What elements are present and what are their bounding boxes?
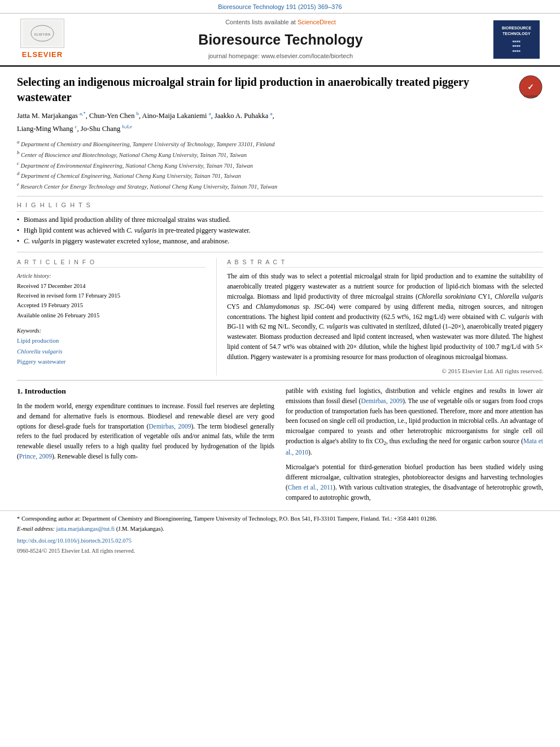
history-label: Article history: — [17, 272, 206, 281]
keyword-1: Lipid production — [17, 335, 206, 346]
author-chen: Chun-Yen Chen b, — [89, 112, 142, 120]
corresponding-author-note: * Corresponding author at: Department of… — [17, 514, 543, 523]
affiliations-section: a Department of Chemistry and Bioenginee… — [0, 137, 560, 196]
issn-section: 0960-8524/© 2015 Elsevier Ltd. All right… — [0, 547, 560, 558]
author-marjakangas: Jatta M. Marjakangas a,*, — [17, 112, 89, 120]
affiliation-a: a Department of Chemistry and Bioenginee… — [17, 138, 543, 149]
abstract-col: A B S T R A C T The aim of this study wa… — [217, 258, 543, 375]
article-title-section: Selecting an indigenous microalgal strai… — [0, 67, 560, 108]
received-date: Received 17 December 2014 — [17, 281, 206, 291]
article-info-col: A R T I C L E I N F O Article history: R… — [17, 258, 217, 375]
abstract-label: A B S T R A C T — [227, 258, 543, 268]
authors-section: Jatta M. Marjakangas a,*, Chun-Yen Chen … — [0, 108, 560, 137]
received-revised-date: Received in revised form 17 February 201… — [17, 291, 206, 300]
affiliation-d: d Department of Chemical Engineering, Na… — [17, 170, 543, 181]
journal-title-header: Bioresource Technology — [76, 30, 485, 50]
intro-section-title: 1. Introduction — [17, 386, 274, 397]
issn-text: 0960-8524/© 2015 Elsevier Ltd. All right… — [17, 548, 135, 554]
intro-section-label: Introduction — [25, 387, 66, 395]
keywords-label: Keywords: — [17, 326, 206, 335]
highlights-label: H I G H L I G H T S — [17, 201, 543, 212]
elsevier-logo-block: ELSEVIER ELSEVIER — [17, 19, 68, 60]
abstract-text: The aim of this study was to select a po… — [227, 272, 543, 362]
highlight-item-1: • Biomass and lipid production ability o… — [17, 215, 543, 225]
intro-para-3: Microalgae's potential for third-generat… — [286, 462, 543, 503]
svg-text:ELSEVIER: ELSEVIER — [34, 33, 50, 36]
two-column-section: A R T I C L E I N F O Article history: R… — [0, 252, 560, 380]
highlight-item-3: • C. vulgaris in piggery wastewater excr… — [17, 237, 543, 246]
available-online-date: Available online 26 February 2015 — [17, 311, 206, 320]
highlights-section: H I G H L I G H T S • Biomass and lipid … — [0, 196, 560, 252]
header: ELSEVIER ELSEVIER Contents lists availab… — [0, 13, 560, 65]
article-title: Selecting an indigenous microalgal strai… — [17, 75, 510, 105]
svg-text:✓: ✓ — [527, 82, 534, 91]
author-chang: Jo-Shu Chang b,d,e — [81, 125, 132, 133]
doi-link[interactable]: http://dx.doi.org/10.1016/j.biortech.201… — [17, 538, 132, 544]
crossmark-icon: ✓ CrossMark — [518, 75, 543, 99]
highlight-item-2: • High lipid content was achieved with C… — [17, 226, 543, 235]
svg-text:CrossMark: CrossMark — [524, 94, 538, 98]
header-center: Contents lists available at ScienceDirec… — [68, 18, 493, 60]
doi-section: http://dx.doi.org/10.1016/j.biortech.201… — [0, 535, 560, 547]
author-whang: Liang-Ming Whang c, — [17, 125, 81, 133]
intro-section-number: 1. — [17, 387, 23, 395]
top-bar: Bioresource Technology 191 (2015) 369–37… — [0, 0, 560, 13]
affiliation-b: b Center of Bioscience and Biotechnology… — [17, 149, 543, 160]
keyword-2: Chlorella vulgaris — [17, 346, 206, 357]
intro-para-1: In the modern world, energy expenditure … — [17, 401, 274, 462]
journal-logo-block: BIORESOURCE TECHNOLOGY ■■■■ ■■■■ ■■■■ — [493, 20, 543, 59]
accepted-date: Accepted 19 February 2015 — [17, 300, 206, 310]
sciencedirect-text: Contents lists available at ScienceDirec… — [76, 18, 485, 27]
copyright-text: © 2015 Elsevier Ltd. All rights reserved… — [227, 367, 543, 375]
affiliation-c: c Department of Environmental Engineerin… — [17, 160, 543, 171]
keyword-3: Piggery wastewater — [17, 356, 206, 367]
article-info-label: A R T I C L E I N F O — [17, 258, 206, 268]
author-lakaniemi: Aino-Maija Lakaniemi a, — [142, 112, 215, 120]
affiliation-e: e Research Center for Energy Technology … — [17, 181, 543, 191]
journal-homepage: journal homepage: www.elsevier.com/locat… — [76, 52, 485, 60]
article-history-block: Article history: Received 17 December 20… — [17, 272, 206, 320]
introduction-section: 1. Introduction In the modern world, ene… — [0, 381, 560, 503]
keywords-block: Keywords: Lipid production Chlorella vul… — [17, 326, 206, 367]
elsevier-name: ELSEVIER — [22, 50, 63, 60]
intro-para-2: patible with existing fuel logistics, di… — [286, 386, 543, 458]
author-puhakka: Jaakko A. Puhakka a, — [215, 112, 274, 120]
footnote-section: * Corresponding author at: Department of… — [0, 510, 560, 535]
journal-reference: Bioresource Technology 191 (2015) 369–37… — [218, 3, 342, 10]
intro-left-col: 1. Introduction In the modern world, ene… — [17, 386, 274, 503]
email-note: E-mail address: jatta.marjakangas@tut.fi… — [17, 525, 543, 534]
intro-right-col: patible with existing fuel logistics, di… — [286, 386, 543, 503]
